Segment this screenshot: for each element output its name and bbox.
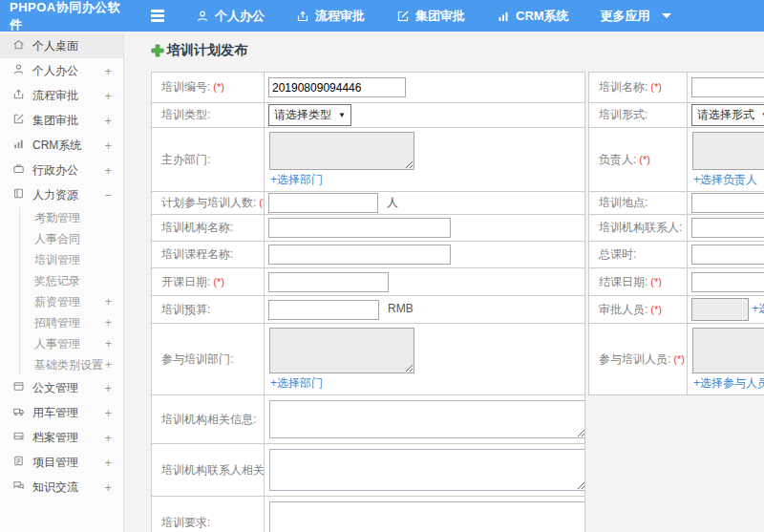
sidebar: 个人桌面 个人办公 + 流程审批 + 集团审批 + CRM系统 + 行政办公 +… [0, 32, 124, 532]
expander-plus[interactable]: + [104, 456, 112, 470]
field-label: 主办部门: [152, 128, 265, 192]
sidebar-item-archive[interactable]: 档案管理 + [0, 425, 123, 450]
training-type-select[interactable]: 请选择类型 [268, 104, 351, 126]
sidebar-subitem-personnel[interactable]: 人事管理+ [20, 333, 123, 354]
field-label: 培训类型: [152, 103, 265, 128]
document-icon [12, 380, 25, 395]
project-icon [12, 455, 25, 470]
field-label: 培训机构相关信息: [152, 395, 265, 444]
field-label: 培训机构联系人相关信息: [152, 444, 265, 497]
topbar: PHPOA协同办公软件 个人办公 流程审批 集团审批 CRM系统 更多应用 [0, 0, 764, 32]
nav-flow-approval[interactable]: 流程审批 [296, 8, 365, 25]
sidebar-item-crm[interactable]: CRM系统 + [0, 133, 123, 158]
sidebar-subitem-rewards[interactable]: 奖惩记录 [20, 270, 123, 291]
nav-personal-office[interactable]: 个人办公 [196, 8, 265, 25]
home-icon [12, 38, 25, 53]
field-label: 总课时: [589, 242, 688, 268]
training-participants-textarea[interactable] [692, 328, 764, 373]
app-logo: PHPOA协同办公软件 [0, 0, 124, 33]
sidebar-item-hr[interactable]: 人力资源 − [0, 182, 123, 207]
training-form-select[interactable]: 请选择形式 [691, 104, 764, 126]
person-in-charge-textarea[interactable] [692, 132, 764, 170]
host-department-textarea[interactable] [269, 132, 414, 170]
field-label: 培训机构联系人: [589, 215, 688, 242]
training-requirements-textarea[interactable] [269, 501, 585, 532]
total-hours-input[interactable] [691, 245, 764, 265]
field-label: 审批人员:(*) [589, 296, 688, 324]
sidebar-subitem-salary[interactable]: 薪资管理+ [20, 291, 123, 312]
expander-plus[interactable]: + [104, 163, 112, 178]
field-label: 培训编号:(*) [152, 73, 265, 103]
sidebar-item-personal-desktop[interactable]: 个人桌面 [0, 33, 123, 58]
expander-minus[interactable]: − [104, 188, 112, 202]
start-date-input[interactable] [268, 272, 389, 292]
course-name-input[interactable] [268, 245, 451, 265]
select-department-link[interactable]: +选择部门 [270, 375, 323, 392]
org-info-textarea[interactable] [269, 400, 585, 438]
field-label: 结课日期:(*) [589, 268, 688, 296]
field-label: 参与培训部门: [152, 324, 265, 395]
nav-more-apps[interactable]: 更多应用 [601, 8, 671, 25]
sidebar-subitem-training[interactable]: 培训管理 [20, 249, 123, 270]
main-content: 培训计划发布 培训编号:(*) 培训类型: 请选择类型 主办部门: +选择部门 [125, 32, 764, 532]
training-number-input[interactable] [268, 77, 406, 97]
bar-chart-icon [12, 138, 25, 153]
training-plan-form: 培训编号:(*) 培训类型: 请选择类型 主办部门: +选择部门 计划参与培训人… [151, 72, 764, 532]
sidebar-subitem-hr-contract[interactable]: 人事合同 [20, 228, 123, 249]
sidebar-item-group-approval[interactable]: 集团审批 + [0, 108, 123, 133]
budget-input[interactable] [268, 300, 379, 320]
sidebar-item-project[interactable]: 项目管理 + [0, 450, 123, 475]
user-icon [196, 10, 209, 23]
field-label: 培训要求: [152, 497, 265, 532]
car-icon [12, 405, 25, 420]
training-name-input[interactable] [691, 77, 764, 97]
end-date-input[interactable] [691, 272, 764, 292]
sidebar-item-documents[interactable]: 公文管理 + [0, 375, 123, 400]
sidebar-subitem-base-category[interactable]: 基础类别设置+ [20, 354, 123, 375]
select-department-link[interactable]: +选择部门 [270, 172, 323, 188]
field-label: 培训预算: [152, 296, 265, 324]
nav-group-approval[interactable]: 集团审批 [396, 8, 465, 25]
expander-plus[interactable]: + [104, 480, 112, 495]
field-label: 培训地点: [589, 192, 688, 215]
participating-departments-textarea[interactable] [269, 328, 414, 373]
expander-plus[interactable]: + [104, 431, 112, 445]
briefcase-icon [12, 162, 25, 178]
approver-input[interactable] [691, 298, 749, 321]
org-contact-input[interactable] [691, 218, 764, 238]
hamburger-menu-icon[interactable] [151, 10, 164, 22]
sidebar-item-personal-office[interactable]: 个人办公 + [0, 58, 123, 83]
org-contact-info-textarea[interactable] [269, 449, 585, 491]
sidebar-item-vehicle[interactable]: 用车管理 + [0, 400, 123, 425]
flow-approval-icon [296, 10, 309, 23]
select-approver-link[interactable]: +选择审批人员 [752, 302, 764, 315]
sidebar-item-knowledge[interactable]: 知识交流 + [0, 475, 123, 500]
expander-plus[interactable]: + [104, 64, 112, 78]
form-table-right: 培训名称:(*) 培训形式: 请选择形式 负责人:(*) +选择负责人 培训地点… [588, 72, 764, 395]
field-label: 培训形式: [589, 103, 688, 128]
field-label: 参与培训人员:(*) [589, 324, 688, 395]
page-title: 培训计划发布 [151, 42, 764, 59]
plus-icon [151, 44, 164, 57]
sidebar-item-admin-office[interactable]: 行政办公 + [0, 158, 123, 182]
planned-participants-input[interactable] [268, 193, 378, 213]
form-table-left: 培训编号:(*) 培训类型: 请选择类型 主办部门: +选择部门 计划参与培训人… [151, 72, 585, 532]
training-location-input[interactable] [691, 193, 764, 213]
chat-icon [12, 479, 25, 495]
sidebar-subitem-attendance[interactable]: 考勤管理 [20, 207, 123, 228]
sidebar-item-flow-approval[interactable]: 流程审批 + [0, 83, 123, 108]
expander-plus[interactable]: + [104, 114, 112, 128]
archive-icon [12, 430, 25, 445]
expander-plus[interactable]: + [104, 138, 112, 153]
nav-crm[interactable]: CRM系统 [497, 8, 569, 25]
edit-approval-icon [12, 113, 25, 128]
sidebar-subitem-recruit[interactable]: 招聘管理+ [20, 312, 123, 333]
training-org-name-input[interactable] [268, 218, 451, 238]
select-person-in-charge-link[interactable]: +选择负责人 [693, 172, 757, 188]
expander-plus[interactable]: + [104, 381, 112, 395]
field-label: 开课日期:(*) [152, 268, 265, 296]
select-participants-link[interactable]: +选择参与人员 [693, 375, 764, 392]
sidebar-submenu-hr: 考勤管理 人事合同 培训管理 奖惩记录 薪资管理+ 招聘管理+ 人事管理+ 基础… [19, 207, 123, 375]
expander-plus[interactable]: + [104, 89, 112, 103]
expander-plus[interactable]: + [104, 406, 112, 420]
